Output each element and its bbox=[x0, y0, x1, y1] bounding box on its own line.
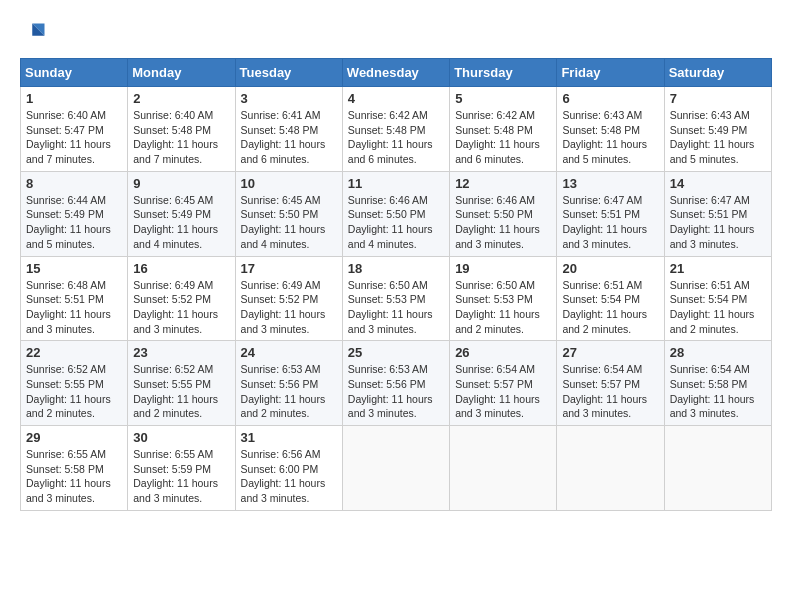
day-number: 22 bbox=[26, 345, 122, 360]
calendar-cell: 6 Sunrise: 6:43 AM Sunset: 5:48 PM Dayli… bbox=[557, 87, 664, 172]
calendar-cell: 11 Sunrise: 6:46 AM Sunset: 5:50 PM Dayl… bbox=[342, 171, 449, 256]
calendar-cell: 22 Sunrise: 6:52 AM Sunset: 5:55 PM Dayl… bbox=[21, 341, 128, 426]
calendar-cell: 18 Sunrise: 6:50 AM Sunset: 5:53 PM Dayl… bbox=[342, 256, 449, 341]
day-number: 10 bbox=[241, 176, 337, 191]
calendar-cell: 27 Sunrise: 6:54 AM Sunset: 5:57 PM Dayl… bbox=[557, 341, 664, 426]
day-number: 11 bbox=[348, 176, 444, 191]
cell-info: Sunrise: 6:41 AM Sunset: 5:48 PM Dayligh… bbox=[241, 108, 337, 167]
day-number: 18 bbox=[348, 261, 444, 276]
cell-info: Sunrise: 6:50 AM Sunset: 5:53 PM Dayligh… bbox=[348, 278, 444, 337]
calendar-cell: 10 Sunrise: 6:45 AM Sunset: 5:50 PM Dayl… bbox=[235, 171, 342, 256]
calendar-cell: 2 Sunrise: 6:40 AM Sunset: 5:48 PM Dayli… bbox=[128, 87, 235, 172]
day-number: 26 bbox=[455, 345, 551, 360]
calendar-cell: 20 Sunrise: 6:51 AM Sunset: 5:54 PM Dayl… bbox=[557, 256, 664, 341]
cell-info: Sunrise: 6:45 AM Sunset: 5:49 PM Dayligh… bbox=[133, 193, 229, 252]
calendar-cell: 19 Sunrise: 6:50 AM Sunset: 5:53 PM Dayl… bbox=[450, 256, 557, 341]
calendar-cell bbox=[342, 426, 449, 511]
cell-info: Sunrise: 6:56 AM Sunset: 6:00 PM Dayligh… bbox=[241, 447, 337, 506]
day-number: 6 bbox=[562, 91, 658, 106]
day-number: 2 bbox=[133, 91, 229, 106]
cell-info: Sunrise: 6:47 AM Sunset: 5:51 PM Dayligh… bbox=[562, 193, 658, 252]
calendar-cell: 29 Sunrise: 6:55 AM Sunset: 5:58 PM Dayl… bbox=[21, 426, 128, 511]
day-number: 15 bbox=[26, 261, 122, 276]
cell-info: Sunrise: 6:48 AM Sunset: 5:51 PM Dayligh… bbox=[26, 278, 122, 337]
calendar-cell: 1 Sunrise: 6:40 AM Sunset: 5:47 PM Dayli… bbox=[21, 87, 128, 172]
calendar-cell: 5 Sunrise: 6:42 AM Sunset: 5:48 PM Dayli… bbox=[450, 87, 557, 172]
calendar-cell: 9 Sunrise: 6:45 AM Sunset: 5:49 PM Dayli… bbox=[128, 171, 235, 256]
calendar-cell: 4 Sunrise: 6:42 AM Sunset: 5:48 PM Dayli… bbox=[342, 87, 449, 172]
calendar-cell: 31 Sunrise: 6:56 AM Sunset: 6:00 PM Dayl… bbox=[235, 426, 342, 511]
cell-info: Sunrise: 6:50 AM Sunset: 5:53 PM Dayligh… bbox=[455, 278, 551, 337]
col-header-saturday: Saturday bbox=[664, 59, 771, 87]
day-number: 9 bbox=[133, 176, 229, 191]
cell-info: Sunrise: 6:52 AM Sunset: 5:55 PM Dayligh… bbox=[26, 362, 122, 421]
logo-icon bbox=[20, 20, 48, 48]
calendar-cell bbox=[557, 426, 664, 511]
cell-info: Sunrise: 6:43 AM Sunset: 5:49 PM Dayligh… bbox=[670, 108, 766, 167]
calendar-cell bbox=[664, 426, 771, 511]
calendar-table: SundayMondayTuesdayWednesdayThursdayFrid… bbox=[20, 58, 772, 511]
calendar-cell: 7 Sunrise: 6:43 AM Sunset: 5:49 PM Dayli… bbox=[664, 87, 771, 172]
cell-info: Sunrise: 6:45 AM Sunset: 5:50 PM Dayligh… bbox=[241, 193, 337, 252]
cell-info: Sunrise: 6:46 AM Sunset: 5:50 PM Dayligh… bbox=[455, 193, 551, 252]
col-header-friday: Friday bbox=[557, 59, 664, 87]
calendar-cell: 8 Sunrise: 6:44 AM Sunset: 5:49 PM Dayli… bbox=[21, 171, 128, 256]
calendar-cell: 28 Sunrise: 6:54 AM Sunset: 5:58 PM Dayl… bbox=[664, 341, 771, 426]
day-number: 12 bbox=[455, 176, 551, 191]
day-number: 20 bbox=[562, 261, 658, 276]
col-header-wednesday: Wednesday bbox=[342, 59, 449, 87]
page-header bbox=[20, 20, 772, 48]
calendar-week-row: 8 Sunrise: 6:44 AM Sunset: 5:49 PM Dayli… bbox=[21, 171, 772, 256]
cell-info: Sunrise: 6:55 AM Sunset: 5:58 PM Dayligh… bbox=[26, 447, 122, 506]
calendar-week-row: 29 Sunrise: 6:55 AM Sunset: 5:58 PM Dayl… bbox=[21, 426, 772, 511]
calendar-cell: 13 Sunrise: 6:47 AM Sunset: 5:51 PM Dayl… bbox=[557, 171, 664, 256]
calendar-cell: 30 Sunrise: 6:55 AM Sunset: 5:59 PM Dayl… bbox=[128, 426, 235, 511]
day-number: 24 bbox=[241, 345, 337, 360]
day-number: 16 bbox=[133, 261, 229, 276]
cell-info: Sunrise: 6:52 AM Sunset: 5:55 PM Dayligh… bbox=[133, 362, 229, 421]
day-number: 27 bbox=[562, 345, 658, 360]
cell-info: Sunrise: 6:42 AM Sunset: 5:48 PM Dayligh… bbox=[348, 108, 444, 167]
logo bbox=[20, 20, 52, 48]
calendar-week-row: 1 Sunrise: 6:40 AM Sunset: 5:47 PM Dayli… bbox=[21, 87, 772, 172]
calendar-cell bbox=[450, 426, 557, 511]
day-number: 21 bbox=[670, 261, 766, 276]
cell-info: Sunrise: 6:54 AM Sunset: 5:57 PM Dayligh… bbox=[455, 362, 551, 421]
cell-info: Sunrise: 6:51 AM Sunset: 5:54 PM Dayligh… bbox=[670, 278, 766, 337]
day-number: 28 bbox=[670, 345, 766, 360]
calendar-cell: 15 Sunrise: 6:48 AM Sunset: 5:51 PM Dayl… bbox=[21, 256, 128, 341]
day-number: 8 bbox=[26, 176, 122, 191]
calendar-cell: 12 Sunrise: 6:46 AM Sunset: 5:50 PM Dayl… bbox=[450, 171, 557, 256]
col-header-thursday: Thursday bbox=[450, 59, 557, 87]
col-header-tuesday: Tuesday bbox=[235, 59, 342, 87]
day-number: 3 bbox=[241, 91, 337, 106]
calendar-cell: 24 Sunrise: 6:53 AM Sunset: 5:56 PM Dayl… bbox=[235, 341, 342, 426]
cell-info: Sunrise: 6:49 AM Sunset: 5:52 PM Dayligh… bbox=[241, 278, 337, 337]
cell-info: Sunrise: 6:54 AM Sunset: 5:57 PM Dayligh… bbox=[562, 362, 658, 421]
calendar-cell: 26 Sunrise: 6:54 AM Sunset: 5:57 PM Dayl… bbox=[450, 341, 557, 426]
calendar-cell: 21 Sunrise: 6:51 AM Sunset: 5:54 PM Dayl… bbox=[664, 256, 771, 341]
day-number: 13 bbox=[562, 176, 658, 191]
day-number: 1 bbox=[26, 91, 122, 106]
calendar-cell: 16 Sunrise: 6:49 AM Sunset: 5:52 PM Dayl… bbox=[128, 256, 235, 341]
day-number: 17 bbox=[241, 261, 337, 276]
calendar-week-row: 15 Sunrise: 6:48 AM Sunset: 5:51 PM Dayl… bbox=[21, 256, 772, 341]
day-number: 4 bbox=[348, 91, 444, 106]
day-number: 25 bbox=[348, 345, 444, 360]
cell-info: Sunrise: 6:40 AM Sunset: 5:48 PM Dayligh… bbox=[133, 108, 229, 167]
day-number: 23 bbox=[133, 345, 229, 360]
cell-info: Sunrise: 6:49 AM Sunset: 5:52 PM Dayligh… bbox=[133, 278, 229, 337]
cell-info: Sunrise: 6:40 AM Sunset: 5:47 PM Dayligh… bbox=[26, 108, 122, 167]
day-number: 19 bbox=[455, 261, 551, 276]
cell-info: Sunrise: 6:53 AM Sunset: 5:56 PM Dayligh… bbox=[348, 362, 444, 421]
col-header-monday: Monday bbox=[128, 59, 235, 87]
day-number: 14 bbox=[670, 176, 766, 191]
day-number: 31 bbox=[241, 430, 337, 445]
cell-info: Sunrise: 6:43 AM Sunset: 5:48 PM Dayligh… bbox=[562, 108, 658, 167]
day-number: 30 bbox=[133, 430, 229, 445]
calendar-header-row: SundayMondayTuesdayWednesdayThursdayFrid… bbox=[21, 59, 772, 87]
cell-info: Sunrise: 6:44 AM Sunset: 5:49 PM Dayligh… bbox=[26, 193, 122, 252]
cell-info: Sunrise: 6:46 AM Sunset: 5:50 PM Dayligh… bbox=[348, 193, 444, 252]
cell-info: Sunrise: 6:51 AM Sunset: 5:54 PM Dayligh… bbox=[562, 278, 658, 337]
day-number: 5 bbox=[455, 91, 551, 106]
